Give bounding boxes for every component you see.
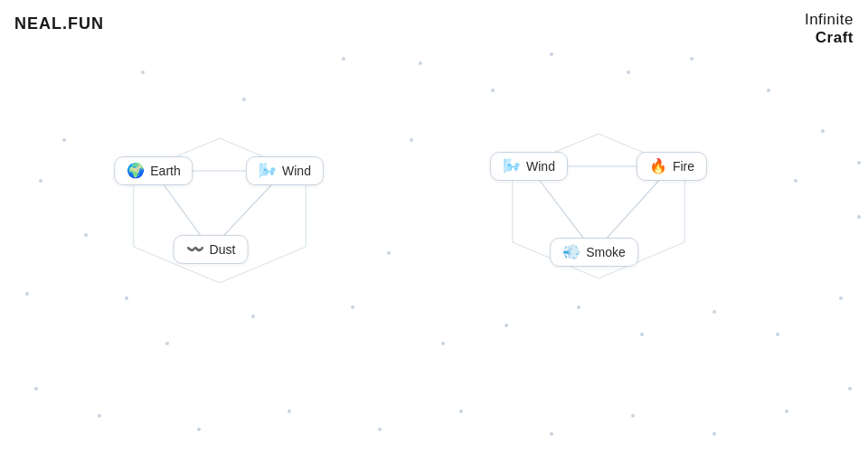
svg-point-2 (242, 98, 246, 101)
dust-label: Dust (210, 242, 236, 257)
svg-point-23 (712, 310, 716, 314)
svg-point-15 (165, 342, 169, 345)
svg-point-37 (39, 179, 42, 183)
svg-point-19 (441, 342, 445, 345)
svg-point-7 (550, 52, 553, 56)
dot-grid (0, 0, 868, 470)
svg-point-34 (197, 428, 201, 431)
svg-point-38 (857, 215, 861, 219)
element-earth[interactable]: 🌍Earth (114, 156, 193, 185)
wind1-label: Wind (282, 164, 311, 178)
svg-point-21 (577, 306, 580, 309)
element-wind1[interactable]: 🌬️Wind (246, 156, 324, 185)
svg-point-24 (776, 333, 779, 336)
element-dust[interactable]: 〰️Dust (174, 235, 249, 264)
dust-icon: 〰️ (186, 242, 204, 257)
svg-point-10 (767, 89, 770, 92)
wind2-label: Wind (526, 159, 555, 174)
svg-point-28 (712, 432, 716, 436)
svg-point-29 (631, 414, 635, 418)
connection-lines (0, 0, 868, 470)
svg-point-6 (491, 89, 495, 92)
element-wind2[interactable]: 🌬️Wind (490, 152, 568, 181)
svg-point-18 (387, 251, 391, 255)
svg-point-5 (419, 61, 422, 65)
craft-label: Craft (805, 29, 854, 47)
svg-point-12 (25, 292, 29, 296)
svg-point-30 (550, 432, 553, 436)
svg-point-0 (62, 138, 66, 142)
hex-outlines (0, 0, 868, 470)
wind2-icon: 🌬️ (503, 159, 521, 174)
svg-point-4 (410, 138, 413, 142)
svg-point-8 (627, 70, 630, 74)
svg-point-20 (505, 324, 508, 327)
svg-point-26 (848, 387, 852, 390)
infinite-label: Infinite (805, 11, 854, 29)
svg-point-35 (98, 414, 101, 418)
svg-point-25 (839, 296, 843, 300)
svg-point-1 (141, 70, 145, 74)
fire-label: Fire (673, 159, 694, 174)
neal-fun-logo: NEAL.FUN (14, 14, 104, 33)
svg-point-33 (288, 409, 291, 413)
infinite-craft-logo: Infinite Craft (805, 11, 854, 46)
wind1-icon: 🌬️ (259, 164, 277, 178)
svg-point-32 (378, 428, 382, 431)
svg-point-40 (794, 179, 797, 183)
main-canvas: NEAL.FUN Infinite Craft 🌍Earth🌬️Wind〰️Du… (0, 0, 868, 470)
svg-point-3 (342, 57, 345, 61)
earth-label: Earth (150, 164, 180, 178)
svg-point-9 (690, 57, 693, 61)
fire-icon: 🔥 (649, 159, 667, 174)
svg-point-22 (640, 333, 644, 336)
svg-point-13 (84, 233, 88, 237)
svg-point-14 (125, 296, 128, 300)
svg-point-27 (785, 409, 788, 413)
element-smoke[interactable]: 💨Smoke (550, 238, 638, 267)
element-fire[interactable]: 🔥Fire (637, 152, 707, 181)
svg-point-39 (857, 161, 861, 164)
svg-point-11 (821, 129, 825, 133)
smoke-label: Smoke (586, 245, 626, 259)
svg-point-36 (34, 387, 38, 390)
svg-point-16 (251, 315, 255, 318)
svg-point-17 (351, 306, 354, 309)
smoke-icon: 💨 (562, 245, 580, 259)
earth-icon: 🌍 (127, 164, 145, 178)
svg-point-31 (459, 409, 463, 413)
